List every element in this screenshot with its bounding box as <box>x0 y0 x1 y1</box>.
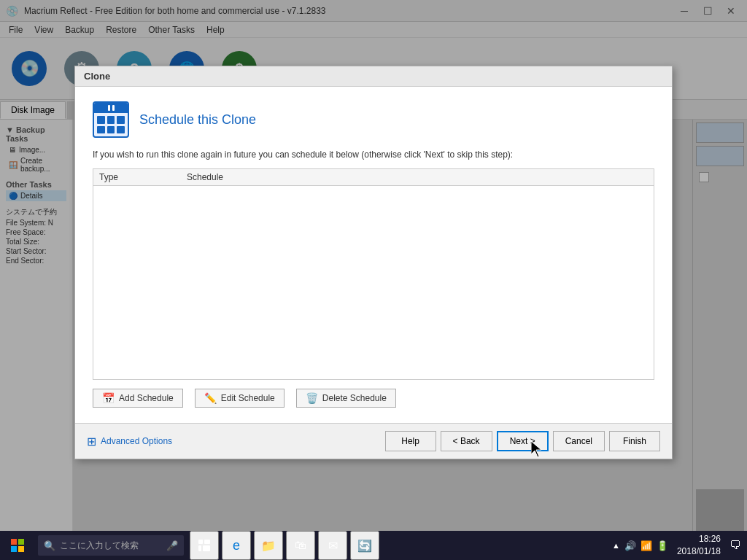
svg-rect-0 <box>11 539 17 545</box>
add-schedule-button[interactable]: 📅 Add Schedule <box>93 389 183 408</box>
reflect-icon: 🔄 <box>357 539 372 553</box>
taskbar-edge-button[interactable]: e <box>222 531 251 560</box>
notification-icon[interactable]: 🗨 <box>729 539 741 552</box>
cal-dot-2 <box>107 116 115 124</box>
edge-icon: e <box>233 538 240 553</box>
delete-schedule-label: Delete Schedule <box>322 393 387 403</box>
tray-icons: ▲ 🔊 📶 🔋 <box>612 540 668 551</box>
taskbar: 🔍 ここに入力して検索 🎤 e 📁 🛍 <box>0 531 747 560</box>
taskbar-right: ▲ 🔊 📶 🔋 18:26 2018/01/18 🗨 <box>606 531 747 560</box>
mail-icon: ✉ <box>328 539 338 553</box>
taskbar-store-button[interactable]: 🛍 <box>286 531 315 560</box>
advanced-options-link[interactable]: Advanced Options <box>101 436 172 446</box>
edit-schedule-label: Edit Schedule <box>221 393 275 403</box>
table-body <box>93 186 654 368</box>
clock-time: 18:26 <box>677 533 721 545</box>
col-schedule: Schedule <box>187 172 648 182</box>
cancel-button[interactable]: Cancel <box>553 431 605 451</box>
cal-dot-5 <box>107 126 115 134</box>
calendar-icon <box>93 101 129 138</box>
svg-rect-3 <box>18 546 24 552</box>
taskbar-app-icons: e 📁 🛍 ✉ 🔄 <box>190 531 379 560</box>
taskbar-explorer-button[interactable]: 📁 <box>254 531 283 560</box>
delete-schedule-icon: 🗑️ <box>306 392 318 404</box>
schedule-buttons: 📅 Add Schedule ✏️ Edit Schedule 🗑️ Delet… <box>93 389 654 408</box>
search-placeholder[interactable]: ここに入力して検索 <box>60 540 139 552</box>
svg-rect-4 <box>198 540 203 544</box>
store-icon: 🛍 <box>295 539 306 552</box>
tray-network-icon[interactable]: 📶 <box>640 540 652 551</box>
footer-left: ⊞ Advanced Options <box>87 435 385 448</box>
ring-1 <box>108 105 110 111</box>
advanced-options-icon: ⊞ <box>87 435 96 448</box>
dialog-footer: ⊞ Advanced Options Help < Back Next > Ca… <box>75 423 672 459</box>
svg-rect-2 <box>11 546 17 552</box>
search-icon: 🔍 <box>44 540 55 551</box>
taskview-icon <box>198 540 210 551</box>
help-button[interactable]: Help <box>385 431 436 451</box>
col-type: Type <box>99 172 187 182</box>
add-schedule-label: Add Schedule <box>119 393 174 403</box>
system-clock[interactable]: 18:26 2018/01/18 <box>671 533 727 558</box>
back-button[interactable]: < Back <box>441 431 492 451</box>
edit-schedule-button[interactable]: ✏️ Edit Schedule <box>195 389 285 408</box>
tray-expand-icon[interactable]: ▲ <box>612 541 620 550</box>
mic-icon[interactable]: 🎤 <box>166 540 178 551</box>
calendar-icon-top <box>94 103 128 113</box>
clone-dialog: Clone <box>74 66 673 459</box>
cal-dot-1 <box>97 116 105 124</box>
search-bar: 🔍 ここに入力して検索 🎤 <box>38 535 184 556</box>
dialog-overlay: Clone <box>0 0 747 560</box>
calendar-icon-container <box>93 101 129 138</box>
dialog-description: If you wish to run this clone again in f… <box>93 149 654 160</box>
start-button[interactable] <box>0 531 35 560</box>
explorer-icon: 📁 <box>261 539 276 553</box>
svg-rect-1 <box>18 539 24 545</box>
finish-button[interactable]: Finish <box>609 431 660 451</box>
dialog-title-bar: Clone <box>75 66 672 87</box>
schedule-table: Type Schedule <box>93 168 654 380</box>
clock-date: 2018/01/18 <box>677 545 721 558</box>
tray-battery-icon[interactable]: 🔋 <box>657 540 668 551</box>
dialog-header: Schedule this Clone <box>93 101 654 138</box>
svg-rect-5 <box>204 540 210 544</box>
edit-schedule-icon: ✏️ <box>204 392 217 404</box>
cal-dot-4 <box>97 126 105 134</box>
taskbar-reflect-button[interactable]: 🔄 <box>350 531 379 560</box>
next-button[interactable]: Next > <box>497 431 549 451</box>
dialog-title: Clone <box>84 71 110 82</box>
svg-rect-6 <box>198 545 201 551</box>
table-header: Type Schedule <box>93 169 654 186</box>
cal-dot-6 <box>117 126 125 134</box>
tray-speaker-icon[interactable]: 🔊 <box>624 540 636 551</box>
svg-rect-7 <box>203 545 210 551</box>
calendar-rings <box>108 105 115 111</box>
desktop: 💿 Macrium Reflect - Free Edition for bot… <box>0 0 747 560</box>
taskbar-mail-button[interactable]: ✉ <box>318 531 347 560</box>
windows-logo-icon <box>11 539 24 552</box>
cal-dot-3 <box>117 116 125 124</box>
delete-schedule-button[interactable]: 🗑️ Delete Schedule <box>296 389 396 408</box>
schedule-title: Schedule this Clone <box>139 112 256 128</box>
ring-2 <box>112 105 115 111</box>
footer-buttons: Help < Back Next > Cancel Finish <box>385 431 660 451</box>
dialog-body: Schedule this Clone If you wish to run t… <box>75 87 672 423</box>
calendar-grid <box>94 113 128 136</box>
taskbar-view-button[interactable] <box>190 531 219 560</box>
add-schedule-icon: 📅 <box>102 392 115 404</box>
